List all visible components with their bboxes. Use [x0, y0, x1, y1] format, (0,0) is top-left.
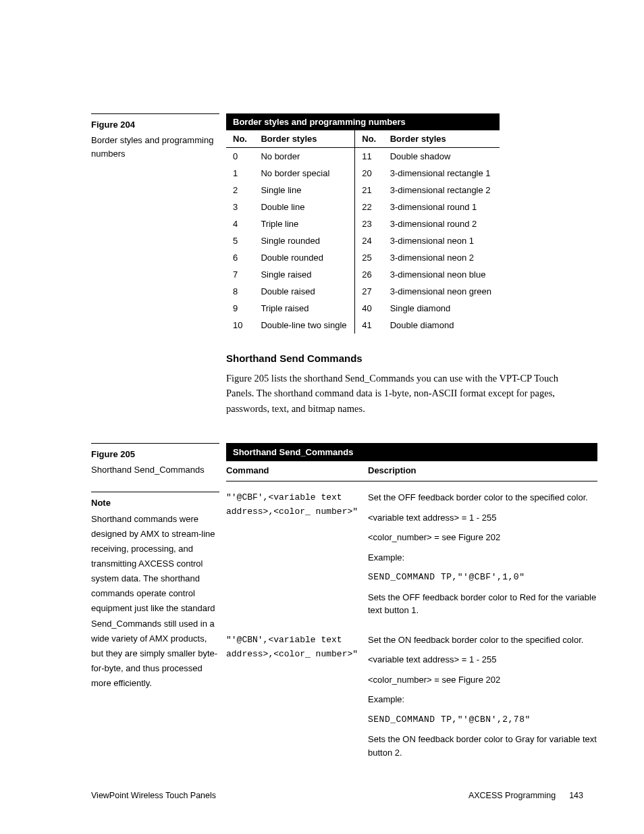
cell: 10	[226, 317, 254, 334]
cell: 24	[355, 232, 383, 249]
code-line: SEND_COMMAND TP,"'@CBN',2,78"	[368, 713, 597, 727]
cell: 20	[355, 165, 383, 182]
figure-204-label: Figure 204	[91, 113, 219, 130]
footer-left: ViewPoint Wireless Touch Panels	[91, 791, 216, 800]
desc-line: Set the ON feedback border color to the …	[368, 633, 597, 647]
cell: 3-dimensional neon 2	[383, 249, 500, 266]
figure-205-label: Figure 205	[91, 443, 219, 459]
col-style: Border styles	[254, 130, 354, 148]
desc-cbn: Set the ON feedback border color to the …	[368, 624, 597, 766]
desc-line: Sets the ON feedback border color to Gra…	[368, 733, 597, 759]
cmd-cbf: "'@CBF',<variable text address>,<color_ …	[226, 481, 368, 624]
col-style: Border styles	[383, 130, 500, 148]
cell: Triple raised	[254, 300, 354, 317]
cell: 40	[355, 300, 383, 317]
cell: 21	[355, 182, 383, 199]
desc-line: Set the OFF feedback border color to the…	[368, 491, 597, 504]
cell: 3-dimensional round 2	[383, 215, 500, 232]
col-description: Description	[368, 461, 597, 481]
shorthand-commands-table: Shorthand Send_Commands Command Descript…	[226, 443, 597, 766]
col-no: No.	[355, 130, 383, 148]
cell: 3-dimensional neon 1	[383, 232, 500, 249]
cell: 26	[355, 266, 383, 283]
cell: Single raised	[254, 266, 354, 283]
desc-line: Example:	[368, 693, 597, 706]
desc-line: <color_number> = see Figure 202	[368, 673, 597, 687]
cell: 1	[226, 165, 254, 182]
section-heading: Shorthand Send Commands	[226, 353, 583, 364]
cell: No border	[254, 148, 354, 165]
cell: No border special	[254, 165, 354, 182]
section-body: Figure 205 lists the shorthand Send_Comm…	[226, 371, 583, 416]
desc-line: Example:	[368, 551, 597, 565]
desc-line: <variable text address> = 1 - 255	[368, 653, 597, 667]
desc-line: <color_number> = see Figure 202	[368, 531, 597, 544]
desc-line: Sets the OFF feedback border color to Re…	[368, 591, 597, 617]
cell: 3-dimensional neon blue	[383, 266, 500, 283]
desc-cbf: Set the OFF feedback border color to the…	[368, 481, 597, 624]
cell: Double raised	[254, 283, 354, 300]
figure-205-caption: Shorthand Send_Commands	[91, 463, 219, 477]
figure-204-caption: Border styles and programming numbers	[91, 134, 219, 160]
cell: 8	[226, 283, 254, 300]
cell: Single diamond	[383, 300, 500, 317]
cell: 3-dimensional rectangle 1	[383, 165, 500, 182]
cell: 25	[355, 249, 383, 266]
cell: 7	[226, 266, 254, 283]
cell: 27	[355, 283, 383, 300]
cell: Double shadow	[383, 148, 500, 165]
cell: Double line	[254, 199, 354, 215]
cell: Single line	[254, 182, 354, 199]
cell: 22	[355, 199, 383, 215]
border-styles-title: Border styles and programming numbers	[226, 113, 500, 130]
cell: Double-line two single	[254, 317, 354, 334]
cell: Double diamond	[383, 317, 500, 334]
cell: Single rounded	[254, 232, 354, 249]
cell: 3-dimensional round 1	[383, 199, 500, 215]
cell: Double rounded	[254, 249, 354, 266]
cell: 9	[226, 300, 254, 317]
desc-line: <variable text address> = 1 - 255	[368, 511, 597, 525]
cell: 11	[355, 148, 383, 165]
cell: 5	[226, 232, 254, 249]
cell: 23	[355, 215, 383, 232]
cell: 6	[226, 249, 254, 266]
cell: Triple line	[254, 215, 354, 232]
shorthand-title: Shorthand Send_Commands	[226, 443, 597, 461]
cmd-cbn: "'@CBN',<variable text address>,<color_ …	[226, 624, 368, 766]
cell: 3-dimensional neon green	[383, 283, 500, 300]
col-no: No.	[226, 130, 254, 148]
col-command: Command	[226, 461, 368, 481]
cell: 3-dimensional rectangle 2	[383, 182, 500, 199]
page-footer: ViewPoint Wireless Touch Panels AXCESS P…	[91, 791, 583, 800]
footer-section: AXCESS Programming	[468, 791, 556, 800]
cell: 3	[226, 199, 254, 215]
figure-204-sidebar: Figure 204 Border styles and programming…	[91, 113, 226, 160]
page-number: 143	[569, 791, 583, 800]
note-label: Note	[91, 492, 219, 508]
cell: 0	[226, 148, 254, 165]
cell: 4	[226, 215, 254, 232]
border-styles-table: Border styles and programming numbers No…	[226, 113, 500, 334]
cell: 41	[355, 317, 383, 334]
code-line: SEND_COMMAND TP,"'@CBF',1,0"	[368, 571, 597, 584]
cell: 2	[226, 182, 254, 199]
note-body: Shorthand commands were designed by AMX …	[91, 512, 219, 691]
